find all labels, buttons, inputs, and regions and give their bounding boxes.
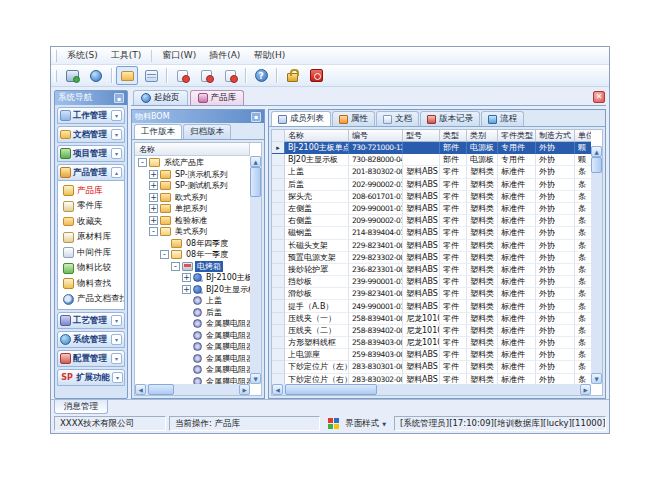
tree-node-08年四季度[interactable]: -08年四季度 [135, 238, 250, 250]
table-row[interactable]: 接纱轮护罩236-823301-00X塑料ABS零件塑料类标准件外协条 [272, 264, 591, 276]
table-row[interactable]: 探头壳208-601701-01X塑料ABS零件塑料类标准件外协条 [272, 191, 591, 203]
expand-icon[interactable]: + [182, 285, 191, 294]
close-tab-icon[interactable]: ✕ [593, 91, 605, 103]
scroll-up-icon[interactable]: ▲ [591, 146, 602, 157]
sidebar-item-产品文档查找[interactable]: 产品文档查找 [58, 292, 124, 308]
tree-node-SP-演示机系列[interactable]: +SP-演示机系列 [135, 169, 250, 181]
table-row[interactable]: 右侧盖209-990002-01X塑料ABS零件塑料类标准件外协条 [272, 215, 591, 227]
tree-column-header[interactable]: 名称 [135, 143, 250, 156]
doc-badge-3-button[interactable] [219, 66, 241, 85]
menu-item-5[interactable]: 帮助(H) [247, 48, 291, 63]
column-header-类别[interactable]: 类别 [467, 130, 498, 142]
menu-item-4[interactable]: 插件(A) [203, 48, 246, 63]
table-row[interactable]: 预置电源支架229-823302-00X塑料ABS零件塑料类标准件外协条 [272, 252, 591, 264]
ui-style-button[interactable]: 界面样式 ▼ [323, 416, 391, 431]
sidebar-item-产品库[interactable]: 产品库 [58, 183, 124, 199]
tree-node-金属膜电阻器[interactable]: -金属膜电阻器 [135, 330, 250, 342]
table-vertical-scrollbar[interactable]: ▲ ▼ [591, 146, 602, 384]
column-header-类型[interactable]: 类型 [440, 130, 467, 142]
menu-item-3[interactable]: 窗口(W) [156, 48, 202, 63]
tree-node-电烤箱[interactable]: -电烤箱 [135, 261, 250, 273]
table-vscroll-thumb[interactable] [591, 157, 602, 173]
sidebar-item-物料比较[interactable]: 物料比较 [58, 261, 124, 277]
tree-node-BJ20主显示板[interactable]: +BJ20主显示板 [135, 284, 250, 296]
member-tab-流程[interactable]: 流程 [481, 111, 524, 126]
bom-tab-归档版本[interactable]: 归档版本 [183, 124, 231, 139]
table-row[interactable]: 方形塑料线框258-839403-00X尼龙1010零件塑料类标准件外协条 [272, 337, 591, 349]
tree-vscroll-thumb[interactable] [250, 167, 261, 197]
exit-button[interactable] [305, 66, 327, 85]
table-row[interactable]: 压线夹（二）258-839402-00X尼龙1010零件塑料类标准件外协条 [272, 325, 591, 337]
expand-icon[interactable]: + [149, 170, 158, 179]
member-tab-属性[interactable]: 属性 [332, 111, 375, 126]
table-row[interactable]: 下纱定位片（左）283-830301-00X塑料ABS零件塑料类标准件外协条 [272, 361, 591, 373]
menu-item-2[interactable]: 工具(T) [105, 48, 148, 63]
scroll-right-icon[interactable]: ▶ [580, 384, 591, 395]
doc-tab-起始页[interactable]: 起始页 [133, 90, 188, 105]
table-row[interactable]: 滑纱板239-823401-00X塑料ABS零件塑料类标准件外协条 [272, 288, 591, 300]
tree-node-金属膜电阻器[interactable]: -金属膜电阻器 [135, 318, 250, 330]
sidebar-group-工作管理[interactable]: 工作管理▾ [57, 107, 125, 124]
sidebar-group-文档管理[interactable]: 文档管理▾ [57, 126, 125, 143]
scroll-down-icon[interactable]: ▼ [250, 373, 261, 384]
column-header-编号[interactable]: 编号 [349, 130, 403, 142]
globe-button[interactable] [85, 66, 107, 85]
expand-icon[interactable]: + [149, 216, 158, 225]
table-row[interactable]: 上电源座259-839403-00X塑料ABS零件塑料类标准件外协条 [272, 349, 591, 361]
bom-tab-工作版本[interactable]: 工作版本 [134, 124, 182, 139]
table-row[interactable]: 上盖201-830302-00X塑料ABS零件塑料类标准件外协条 [272, 166, 591, 178]
tree-node-单把系列[interactable]: +单把系列 [135, 203, 250, 215]
table-row[interactable]: ▸BJ-2100主板单点730-721000-12X部件电源板专用件外协颗 [272, 142, 591, 154]
doc-badge-1-button[interactable] [171, 66, 193, 85]
chevron-down-icon[interactable]: ▾ [111, 334, 122, 345]
message-management-tab[interactable]: 消息管理 [54, 400, 108, 414]
monitor-button[interactable] [61, 66, 83, 85]
table-hscroll-thumb[interactable] [285, 384, 377, 395]
tree-node-08年一季度[interactable]: -08年一季度 [135, 249, 250, 261]
member-tab-文档[interactable]: 文档 [376, 111, 419, 126]
scroll-right-icon[interactable]: ▶ [239, 384, 250, 395]
tree-node-金属膜电阻器[interactable]: -金属膜电阻器 [135, 364, 250, 376]
tree-node-系统产品库[interactable]: -系统产品库 [135, 157, 250, 169]
tree-node-上盖[interactable]: -上盖 [135, 295, 250, 307]
table-row[interactable]: 压线夹（一）258-839401-00X尼龙1010零件塑料类标准件外协条 [272, 313, 591, 325]
grid-window-button[interactable] [140, 66, 162, 85]
tree-node-欧式系列[interactable]: +欧式系列 [135, 192, 250, 204]
member-tab-版本记录[interactable]: 版本记录 [420, 111, 480, 126]
table-row[interactable]: BJ20主显示板730-828000-04X部件电源板专用件外协颗 [272, 154, 591, 166]
collapse-icon[interactable]: - [149, 227, 158, 236]
chevron-down-icon[interactable]: ▾ [111, 315, 122, 326]
chevron-down-icon[interactable]: ▾ [111, 110, 122, 121]
table-row[interactable]: 提手（A.B）249-990001-01X塑料ABS零件塑料类标准件外协条 [272, 300, 591, 312]
expand-icon[interactable]: + [149, 193, 158, 202]
scroll-down-icon[interactable]: ▼ [591, 373, 602, 384]
expand-icon[interactable]: + [149, 181, 158, 190]
doc-tab-产品库[interactable]: 产品库 [190, 90, 245, 105]
expand-icon[interactable]: + [149, 204, 158, 213]
scroll-left-icon[interactable]: ◀ [272, 384, 283, 395]
tree-node-后盖[interactable]: -后盖 [135, 307, 250, 319]
tree-node-金属膜电阻器[interactable]: -金属膜电阻器 [135, 341, 250, 353]
tree-node-金属膜电阻器[interactable]: -金属膜电阻器 [135, 376, 250, 385]
expand-icon[interactable]: + [182, 273, 191, 282]
sidebar-group-产品管理[interactable]: 产品管理▴ [57, 164, 125, 181]
sidebar-group-扩展功能[interactable]: SP扩展功能▾ [57, 369, 125, 386]
table-row[interactable]: 下纱定位片（右）283-830302-00X塑料ABS零件塑料类标准件外协条 [272, 374, 591, 384]
scroll-up-icon[interactable]: ▲ [250, 156, 261, 167]
table-row[interactable]: 长磁头支架229-823401-00X塑料ABS零件塑料类标准件外协条 [272, 240, 591, 252]
menu-item-1[interactable]: 系统(S) [61, 48, 104, 63]
column-header-单位[interactable]: 单位 [575, 130, 591, 142]
pin-icon[interactable]: ▪ [114, 93, 124, 103]
sidebar-item-原材料库[interactable]: 原材料库 [58, 230, 124, 246]
tree-hscroll-thumb[interactable] [148, 384, 174, 395]
tree-node-金属膜电阻器[interactable]: -金属膜电阻器 [135, 353, 250, 365]
chevron-up-icon[interactable]: ▴ [111, 167, 122, 178]
sidebar-group-配置管理[interactable]: 配置管理▾ [57, 350, 125, 367]
sidebar-item-零件库[interactable]: 零件库 [58, 199, 124, 215]
open-folder-button[interactable] [116, 66, 138, 85]
chevron-down-icon[interactable]: ▾ [111, 129, 122, 140]
tree-node-美式系列[interactable]: -美式系列 [135, 226, 250, 238]
collapse-icon[interactable]: - [138, 158, 147, 167]
scroll-left-icon[interactable]: ◀ [135, 384, 146, 395]
sidebar-item-物料查找[interactable]: 物料查找 [58, 276, 124, 292]
